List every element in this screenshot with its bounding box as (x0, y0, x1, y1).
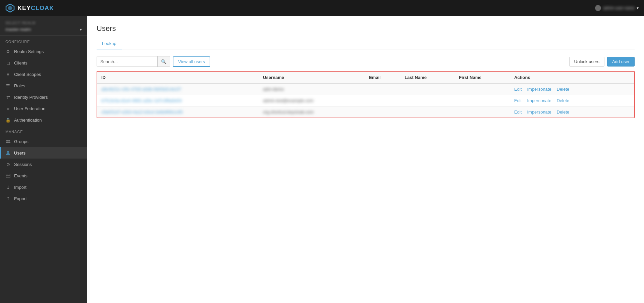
sidebar-item-roles[interactable]: ☰ Roles (0, 80, 87, 91)
table-row: c9a031d7-e2b3-4a12-b3cd-2e8d4f0b1c65org.… (97, 106, 634, 118)
sidebar-item-user-federation-label: User Federation (14, 106, 45, 111)
tabs: Lookup (97, 38, 635, 49)
svg-point-3 (8, 140, 10, 142)
impersonate-link[interactable]: Impersonate (527, 110, 551, 115)
edit-link[interactable]: Edit (514, 110, 522, 115)
impersonate-link[interactable]: Impersonate (527, 87, 551, 92)
gear-icon: ⚙ (5, 49, 11, 54)
sidebar-item-users[interactable]: Users (0, 147, 87, 159)
sidebar-item-clients-label: Clients (14, 60, 28, 66)
cell-id: c9a031d7-e2b3-4a12-b3cd-2e8d4f0b1c65 (97, 106, 259, 118)
search-input[interactable] (97, 56, 157, 67)
delete-link[interactable]: Delete (557, 98, 570, 103)
search-button[interactable]: 🔍 (157, 56, 170, 67)
sidebar-item-sessions[interactable]: ⊙ Sessions (0, 159, 87, 170)
delete-link[interactable]: Delete (557, 87, 570, 92)
sidebar-item-sessions-label: Sessions (14, 162, 32, 167)
sidebar-item-authentication[interactable]: 🔒 Authentication (0, 114, 87, 126)
cell-first-name (455, 95, 510, 106)
cell-id: a8e4b21c-cf4c-47b5-a0db-0b93d2c4e1f7 (97, 84, 259, 95)
sidebar-item-client-scopes-label: Client Scopes (14, 72, 41, 77)
cell-last-name (400, 95, 455, 106)
svg-marker-1 (8, 6, 12, 10)
sessions-icon: ⊙ (5, 162, 11, 167)
cell-email (365, 106, 400, 118)
column-id: ID (97, 72, 259, 84)
sidebar-item-import[interactable]: ⤓ Import (0, 181, 87, 193)
cell-username: org.shortcut.keycloak.com (259, 106, 365, 118)
realm-chevron-icon (80, 27, 82, 32)
unlock-users-button[interactable]: Unlock users (569, 57, 604, 67)
svg-point-2 (6, 140, 8, 142)
cell-actions: EditImpersonateDelete (510, 106, 634, 118)
user-avatar-icon (595, 5, 601, 11)
column-actions: Actions (510, 72, 634, 84)
column-first-name: First Name (455, 72, 510, 84)
main-layout: Select realm master-realm Configure ⚙ Re… (0, 16, 644, 303)
brand-title: KEYCLOAK (17, 5, 54, 12)
lock-icon: 🔒 (5, 117, 11, 123)
sidebar-item-groups-label: Groups (14, 139, 29, 144)
realm-selector[interactable]: Select realm master-realm (0, 16, 87, 36)
sidebar-item-events[interactable]: Events (0, 170, 87, 181)
table-body: a8e4b21c-cf4c-47b5-a0db-0b93d2c4e1f7adm-… (97, 84, 634, 118)
column-username: Username (259, 72, 365, 84)
realm-dropdown[interactable]: master-realm (5, 27, 82, 32)
sidebar-item-authentication-label: Authentication (14, 118, 42, 123)
realm-name: master-realm (5, 27, 31, 32)
cell-last-name (400, 106, 455, 118)
import-icon: ⤓ (5, 184, 11, 190)
groups-icon (5, 139, 11, 144)
sidebar-item-user-federation[interactable]: ≡ User Federation (0, 103, 87, 114)
sidebar-item-events-label: Events (14, 173, 28, 178)
sidebar-item-export[interactable]: ⤒ Export (0, 193, 87, 204)
cell-actions: EditImpersonateDelete (510, 84, 634, 95)
configure-section-label: Configure (0, 36, 87, 46)
tab-lookup[interactable]: Lookup (97, 38, 122, 49)
cell-email (365, 84, 400, 95)
sidebar-item-groups[interactable]: Groups (0, 136, 87, 147)
sidebar-item-identity-providers-label: Identity Providers (14, 95, 48, 100)
roles-icon: ☰ (5, 83, 11, 88)
delete-link[interactable]: Delete (557, 110, 570, 115)
sidebar-item-identity-providers[interactable]: ⇄ Identity Providers (0, 91, 87, 103)
sidebar: Select realm master-realm Configure ⚙ Re… (0, 16, 87, 303)
toolbar-right: Unlock users Add user (569, 57, 635, 67)
toolbar: 🔍 View all users Unlock users Add user (97, 56, 635, 67)
navbar-username: admin-user-name (603, 6, 635, 10)
cell-actions: EditImpersonateDelete (510, 95, 634, 106)
add-user-button[interactable]: Add user (607, 57, 635, 67)
search-icon: 🔍 (161, 59, 166, 64)
sidebar-item-clients[interactable]: ◻ Clients (0, 57, 87, 69)
content-area: Users Lookup 🔍 View all users Unlock use… (87, 16, 644, 303)
navbar-user-chevron-icon (637, 6, 639, 10)
sidebar-item-users-label: Users (14, 150, 25, 156)
table-row: a8e4b21c-cf4c-47b5-a0db-0b93d2c4e1f7adm-… (97, 84, 634, 95)
navbar: KEYCLOAK admin-user-name (0, 0, 644, 16)
users-table: ID Username Email Last Name First Name A… (97, 72, 634, 118)
cell-first-name (455, 84, 510, 95)
table-header-row: ID Username Email Last Name First Name A… (97, 72, 634, 84)
user-icon (5, 150, 11, 156)
cell-last-name (400, 84, 455, 95)
clients-icon: ◻ (5, 60, 11, 66)
edit-link[interactable]: Edit (514, 87, 522, 92)
brand-key: KEY (17, 5, 31, 11)
edit-link[interactable]: Edit (514, 98, 522, 103)
impersonate-link[interactable]: Impersonate (527, 98, 551, 103)
sidebar-item-client-scopes[interactable]: ≡ Client Scopes (0, 69, 87, 80)
realm-label: Select realm (5, 21, 82, 25)
svg-rect-5 (6, 174, 10, 178)
cell-first-name (455, 106, 510, 118)
column-last-name: Last Name (400, 72, 455, 84)
column-email: Email (365, 72, 400, 84)
cell-email (365, 95, 400, 106)
user-federation-icon: ≡ (5, 106, 11, 111)
export-icon: ⤒ (5, 196, 11, 201)
view-all-users-button[interactable]: View all users (173, 56, 210, 67)
navbar-user-menu[interactable]: admin-user-name (595, 5, 639, 11)
table-row: b7f12e3a-d1e4-4891-a2bc-1d7c3f9a0e54admi… (97, 95, 634, 106)
sidebar-item-realm-settings[interactable]: ⚙ Realm Settings (0, 46, 87, 57)
svg-point-4 (7, 151, 9, 153)
cell-id: b7f12e3a-d1e4-4891-a2bc-1d7c3f9a0e54 (97, 95, 259, 106)
